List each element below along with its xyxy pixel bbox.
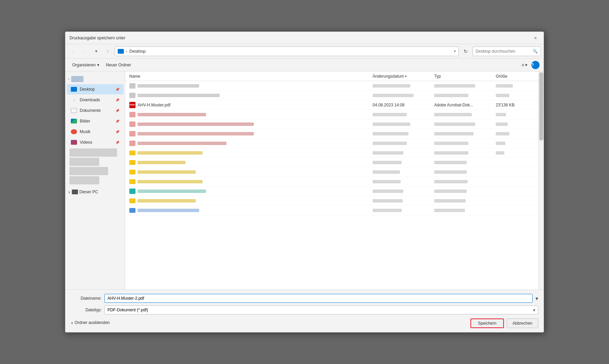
filename-input[interactable] bbox=[104, 294, 533, 303]
blurred-date bbox=[373, 151, 403, 155]
blurred-size bbox=[496, 84, 513, 88]
sidebar-item-bilder[interactable]: Bilder 📌 bbox=[67, 116, 124, 126]
file-list-header: Name Änderungsdatum ▾ Typ Größe bbox=[125, 72, 538, 81]
scrollbar[interactable] bbox=[538, 72, 544, 289]
action-buttons: Speichern Abbrechen bbox=[470, 318, 538, 328]
table-row[interactable] bbox=[125, 91, 538, 100]
close-button[interactable]: × bbox=[531, 34, 540, 42]
file-type-cell bbox=[433, 180, 494, 183]
blurred-name bbox=[138, 142, 226, 145]
filetype-select[interactable]: PDF-Dokument (*.pdf) bbox=[104, 306, 538, 314]
table-row[interactable]: PDF AHV-H.Muster.pdf 04.08.2023 14:08 Ad… bbox=[125, 100, 538, 110]
blurred-name bbox=[138, 161, 185, 164]
quick-access-header[interactable]: › bbox=[65, 74, 125, 84]
address-bar[interactable]: › Desktop ▾ bbox=[115, 47, 459, 56]
table-row[interactable] bbox=[125, 129, 538, 139]
file-icon bbox=[129, 121, 135, 127]
table-row[interactable] bbox=[125, 110, 538, 119]
table-row[interactable] bbox=[125, 186, 538, 196]
folder-icon bbox=[129, 170, 135, 174]
file-date-cell: 04.08.2023 14:08 bbox=[371, 103, 433, 107]
table-row[interactable] bbox=[125, 81, 538, 91]
blurred-name bbox=[138, 84, 199, 88]
blurred-size bbox=[496, 122, 508, 126]
main-content: › Desktop 📌 ↓ Downloads 📌 bbox=[65, 72, 544, 289]
footer: Dateiname: ▾ Dateityp: PDF-Dokument (*.p… bbox=[65, 289, 544, 332]
cancel-button[interactable]: Abbrechen bbox=[507, 318, 538, 328]
table-row[interactable] bbox=[125, 119, 538, 129]
sidebar-item-videos[interactable]: Videos 📌 bbox=[67, 137, 124, 147]
address-dropdown-icon[interactable]: ▾ bbox=[454, 49, 456, 53]
filename-dropdown[interactable]: ▾ bbox=[535, 295, 538, 302]
col-type-header[interactable]: Typ bbox=[433, 74, 494, 79]
col-date-header[interactable]: Änderungsdatum ▾ bbox=[371, 74, 433, 79]
file-name-cell bbox=[128, 170, 371, 174]
col-name-header[interactable]: Name bbox=[128, 74, 371, 79]
dropdown-button[interactable]: ▾ bbox=[91, 47, 101, 56]
file-name-cell bbox=[128, 83, 371, 89]
save-button[interactable]: Speichern bbox=[470, 318, 504, 328]
back-button[interactable]: ← bbox=[68, 47, 78, 56]
table-row[interactable] bbox=[125, 139, 538, 148]
command-bar: Organisieren ▾ Neuer Ordner ≡ ▾ ? bbox=[65, 58, 544, 72]
file-icon bbox=[129, 208, 135, 213]
blurred-date bbox=[373, 161, 402, 164]
sidebar-item-dokumente[interactable]: Dokumente 📌 bbox=[67, 105, 124, 116]
blurred-name bbox=[138, 180, 203, 183]
address-text: Desktop bbox=[129, 49, 452, 54]
table-row[interactable] bbox=[125, 177, 538, 186]
table-row[interactable] bbox=[125, 196, 538, 206]
sidebar-item-musik[interactable]: Musik 📌 bbox=[67, 127, 124, 137]
dieser-pc-header[interactable]: ∨ Dieser PC bbox=[65, 187, 125, 197]
pin-icon: 📌 bbox=[115, 88, 119, 91]
search-box: 🔍 bbox=[472, 47, 541, 56]
file-icon bbox=[129, 83, 135, 89]
pin-icon: 📌 bbox=[115, 130, 119, 134]
file-name-cell bbox=[128, 188, 371, 194]
view-button[interactable]: ≡ ▾ bbox=[519, 61, 530, 69]
refresh-button[interactable]: ↻ bbox=[461, 47, 470, 56]
folder-hide-button[interactable]: ∧ Ordner ausblenden bbox=[71, 320, 110, 325]
file-type-cell bbox=[433, 199, 494, 203]
file-date: 04.08.2023 14:08 bbox=[373, 103, 404, 107]
file-name: AHV-H.Muster.pdf bbox=[138, 103, 170, 107]
pin-icon: 📌 bbox=[115, 98, 119, 102]
folder-icon bbox=[129, 160, 135, 165]
col-size-header[interactable]: Größe bbox=[494, 74, 535, 79]
forward-button[interactable]: → bbox=[80, 47, 89, 56]
sidebar-item-label: Dokumente bbox=[80, 108, 101, 113]
blurred-date bbox=[373, 209, 402, 212]
new-folder-button[interactable]: Neuer Ordner bbox=[103, 61, 134, 69]
table-row[interactable] bbox=[125, 148, 538, 158]
file-type-cell bbox=[433, 84, 494, 88]
toolbar: ← → ▾ ↑ › Desktop ▾ ↻ 🔍 bbox=[65, 44, 544, 58]
sidebar-item-desktop[interactable]: Desktop 📌 bbox=[67, 84, 124, 94]
table-row[interactable] bbox=[125, 206, 538, 215]
blurred-type bbox=[434, 190, 467, 193]
blurred-date bbox=[373, 199, 403, 203]
file-date-cell bbox=[371, 199, 433, 203]
organize-button[interactable]: Organisieren ▾ bbox=[69, 61, 102, 69]
blurred-name bbox=[138, 132, 254, 135]
blurred-sidebar-item bbox=[69, 176, 99, 184]
table-row[interactable] bbox=[125, 158, 538, 167]
blurred-size bbox=[496, 132, 509, 135]
title-bar: Druckausgabe speichern unter × bbox=[65, 32, 544, 44]
file-date-cell bbox=[371, 170, 433, 174]
up-button[interactable]: ↑ bbox=[103, 47, 113, 56]
scrollbar-thumb[interactable] bbox=[539, 72, 543, 141]
help-button[interactable]: ? bbox=[531, 61, 540, 69]
file-type: Adobe Acrobat-Dok... bbox=[434, 103, 473, 107]
blurred-date bbox=[373, 180, 401, 183]
file-name-cell bbox=[128, 198, 371, 203]
file-type-cell bbox=[433, 209, 494, 212]
search-input[interactable] bbox=[476, 49, 531, 54]
blurred-size bbox=[496, 113, 506, 116]
file-name-cell bbox=[128, 160, 371, 165]
file-icon bbox=[129, 188, 135, 194]
table-row[interactable] bbox=[125, 167, 538, 177]
chevron-up-icon: ∧ bbox=[71, 321, 73, 325]
blurred-sidebar-item bbox=[69, 158, 99, 166]
sidebar-item-downloads[interactable]: ↓ Downloads 📌 bbox=[67, 95, 124, 105]
file-size-cell bbox=[494, 151, 535, 155]
